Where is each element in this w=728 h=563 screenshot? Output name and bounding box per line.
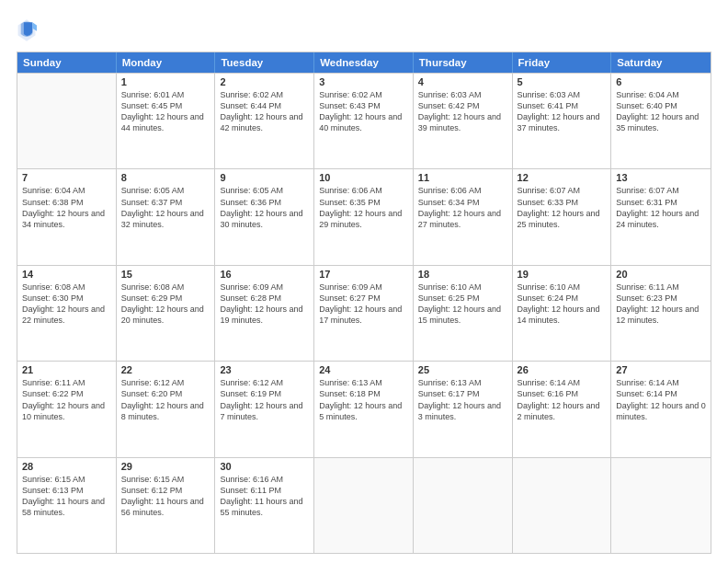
cal-cell-4: 4Sunrise: 6:03 AM Sunset: 6:42 PM Daylig… — [414, 74, 513, 168]
cal-cell-1: 1Sunrise: 6:01 AM Sunset: 6:45 PM Daylig… — [117, 74, 216, 168]
cal-cell-23: 23Sunrise: 6:12 AM Sunset: 6:19 PM Dayli… — [215, 362, 314, 456]
cal-cell-18: 18Sunrise: 6:10 AM Sunset: 6:25 PM Dayli… — [414, 266, 513, 361]
day-number: 21 — [22, 364, 111, 375]
cell-info: Sunrise: 6:16 AM Sunset: 6:11 PM Dayligh… — [220, 474, 309, 519]
day-number: 7 — [22, 172, 111, 183]
cal-cell-empty-6 — [611, 458, 711, 553]
day-number: 24 — [319, 364, 408, 375]
cell-info: Sunrise: 6:08 AM Sunset: 6:29 PM Dayligh… — [121, 282, 210, 327]
day-number: 12 — [518, 172, 607, 183]
day-number: 18 — [418, 269, 507, 280]
cell-info: Sunrise: 6:05 AM Sunset: 6:36 PM Dayligh… — [220, 185, 309, 230]
week-row-0: 1Sunrise: 6:01 AM Sunset: 6:45 PM Daylig… — [17, 73, 711, 168]
cell-info: Sunrise: 6:15 AM Sunset: 6:12 PM Dayligh… — [121, 474, 210, 519]
cal-cell-12: 12Sunrise: 6:07 AM Sunset: 6:33 PM Dayli… — [513, 169, 612, 264]
cell-info: Sunrise: 6:01 AM Sunset: 6:45 PM Dayligh… — [121, 89, 210, 134]
cal-cell-24: 24Sunrise: 6:13 AM Sunset: 6:18 PM Dayli… — [314, 362, 414, 456]
day-number: 9 — [220, 172, 309, 183]
cal-cell-empty-5 — [513, 458, 612, 553]
header — [17, 17, 711, 44]
week-row-1: 7Sunrise: 6:04 AM Sunset: 6:38 PM Daylig… — [17, 168, 711, 264]
cal-cell-empty-4 — [414, 458, 513, 553]
day-number: 22 — [121, 364, 210, 375]
week-row-2: 14Sunrise: 6:08 AM Sunset: 6:30 PM Dayli… — [17, 265, 711, 361]
header-day-wednesday: Wednesday — [314, 52, 414, 73]
cell-info: Sunrise: 6:06 AM Sunset: 6:35 PM Dayligh… — [319, 185, 408, 230]
cell-info: Sunrise: 6:15 AM Sunset: 6:13 PM Dayligh… — [22, 474, 111, 519]
header-day-friday: Friday — [513, 52, 612, 73]
cal-cell-20: 20Sunrise: 6:11 AM Sunset: 6:23 PM Dayli… — [611, 266, 711, 361]
cell-info: Sunrise: 6:04 AM Sunset: 6:38 PM Dayligh… — [22, 185, 111, 230]
day-number: 4 — [418, 76, 507, 87]
cal-cell-2: 2Sunrise: 6:02 AM Sunset: 6:44 PM Daylig… — [215, 74, 314, 168]
day-number: 27 — [616, 364, 706, 375]
cal-cell-3: 3Sunrise: 6:02 AM Sunset: 6:43 PM Daylig… — [314, 74, 414, 168]
cell-info: Sunrise: 6:08 AM Sunset: 6:30 PM Dayligh… — [22, 282, 111, 327]
cal-cell-15: 15Sunrise: 6:08 AM Sunset: 6:29 PM Dayli… — [117, 266, 216, 361]
cal-cell-21: 21Sunrise: 6:11 AM Sunset: 6:22 PM Dayli… — [17, 362, 117, 456]
cell-info: Sunrise: 6:12 AM Sunset: 6:19 PM Dayligh… — [220, 377, 309, 422]
day-number: 5 — [518, 76, 607, 87]
cell-info: Sunrise: 6:14 AM Sunset: 6:14 PM Dayligh… — [616, 377, 706, 422]
cal-cell-16: 16Sunrise: 6:09 AM Sunset: 6:28 PM Dayli… — [215, 266, 314, 361]
day-number: 23 — [220, 364, 309, 375]
cell-info: Sunrise: 6:14 AM Sunset: 6:16 PM Dayligh… — [518, 377, 607, 422]
cell-info: Sunrise: 6:05 AM Sunset: 6:37 PM Dayligh… — [121, 185, 210, 230]
header-day-saturday: Saturday — [611, 52, 711, 73]
cell-info: Sunrise: 6:07 AM Sunset: 6:33 PM Dayligh… — [518, 185, 607, 230]
cal-cell-6: 6Sunrise: 6:04 AM Sunset: 6:40 PM Daylig… — [611, 74, 711, 168]
cal-cell-11: 11Sunrise: 6:06 AM Sunset: 6:34 PM Dayli… — [414, 169, 513, 264]
logo — [17, 17, 40, 44]
cell-info: Sunrise: 6:09 AM Sunset: 6:27 PM Dayligh… — [319, 282, 408, 327]
day-number: 30 — [220, 461, 309, 472]
day-number: 11 — [418, 172, 507, 183]
cal-cell-29: 29Sunrise: 6:15 AM Sunset: 6:12 PM Dayli… — [117, 458, 216, 553]
day-number: 6 — [616, 76, 706, 87]
day-number: 8 — [121, 172, 210, 183]
day-number: 28 — [22, 461, 111, 472]
day-number: 2 — [220, 76, 309, 87]
day-number: 29 — [121, 461, 210, 472]
cal-cell-13: 13Sunrise: 6:07 AM Sunset: 6:31 PM Dayli… — [611, 169, 711, 264]
cal-cell-27: 27Sunrise: 6:14 AM Sunset: 6:14 PM Dayli… — [611, 362, 711, 456]
cal-cell-8: 8Sunrise: 6:05 AM Sunset: 6:37 PM Daylig… — [117, 169, 216, 264]
day-number: 10 — [319, 172, 408, 183]
day-number: 17 — [319, 269, 408, 280]
week-row-4: 28Sunrise: 6:15 AM Sunset: 6:13 PM Dayli… — [17, 457, 711, 553]
cal-cell-9: 9Sunrise: 6:05 AM Sunset: 6:36 PM Daylig… — [215, 169, 314, 264]
cell-info: Sunrise: 6:11 AM Sunset: 6:23 PM Dayligh… — [616, 282, 706, 327]
calendar-header: SundayMondayTuesdayWednesdayThursdayFrid… — [17, 52, 711, 73]
cal-cell-30: 30Sunrise: 6:16 AM Sunset: 6:11 PM Dayli… — [215, 458, 314, 553]
cal-cell-empty-3 — [314, 458, 414, 553]
cell-info: Sunrise: 6:10 AM Sunset: 6:24 PM Dayligh… — [518, 282, 607, 327]
cal-cell-22: 22Sunrise: 6:12 AM Sunset: 6:20 PM Dayli… — [117, 362, 216, 456]
day-number: 25 — [418, 364, 507, 375]
cal-cell-19: 19Sunrise: 6:10 AM Sunset: 6:24 PM Dayli… — [513, 266, 612, 361]
day-number: 26 — [518, 364, 607, 375]
cell-info: Sunrise: 6:09 AM Sunset: 6:28 PM Dayligh… — [220, 282, 309, 327]
cell-info: Sunrise: 6:10 AM Sunset: 6:25 PM Dayligh… — [418, 282, 507, 327]
cell-info: Sunrise: 6:12 AM Sunset: 6:20 PM Dayligh… — [121, 377, 210, 422]
cell-info: Sunrise: 6:02 AM Sunset: 6:43 PM Dayligh… — [319, 89, 408, 134]
day-number: 3 — [319, 76, 408, 87]
header-day-monday: Monday — [117, 52, 216, 73]
cal-cell-empty-0 — [17, 74, 117, 168]
cal-cell-28: 28Sunrise: 6:15 AM Sunset: 6:13 PM Dayli… — [17, 458, 117, 553]
day-number: 16 — [220, 269, 309, 280]
cal-cell-26: 26Sunrise: 6:14 AM Sunset: 6:16 PM Dayli… — [513, 362, 612, 456]
day-number: 20 — [616, 269, 706, 280]
cal-cell-17: 17Sunrise: 6:09 AM Sunset: 6:27 PM Dayli… — [314, 266, 414, 361]
cal-cell-25: 25Sunrise: 6:13 AM Sunset: 6:17 PM Dayli… — [414, 362, 513, 456]
cal-cell-5: 5Sunrise: 6:03 AM Sunset: 6:41 PM Daylig… — [513, 74, 612, 168]
cal-cell-7: 7Sunrise: 6:04 AM Sunset: 6:38 PM Daylig… — [17, 169, 117, 264]
calendar: SundayMondayTuesdayWednesdayThursdayFrid… — [17, 52, 711, 554]
cell-info: Sunrise: 6:03 AM Sunset: 6:42 PM Dayligh… — [418, 89, 507, 134]
cell-info: Sunrise: 6:04 AM Sunset: 6:40 PM Dayligh… — [616, 89, 706, 134]
day-number: 1 — [121, 76, 210, 87]
header-day-thursday: Thursday — [414, 52, 513, 73]
cell-info: Sunrise: 6:11 AM Sunset: 6:22 PM Dayligh… — [22, 377, 111, 422]
cal-cell-10: 10Sunrise: 6:06 AM Sunset: 6:35 PM Dayli… — [314, 169, 414, 264]
header-day-tuesday: Tuesday — [215, 52, 314, 73]
cell-info: Sunrise: 6:13 AM Sunset: 6:17 PM Dayligh… — [418, 377, 507, 422]
logo-icon — [17, 17, 37, 44]
